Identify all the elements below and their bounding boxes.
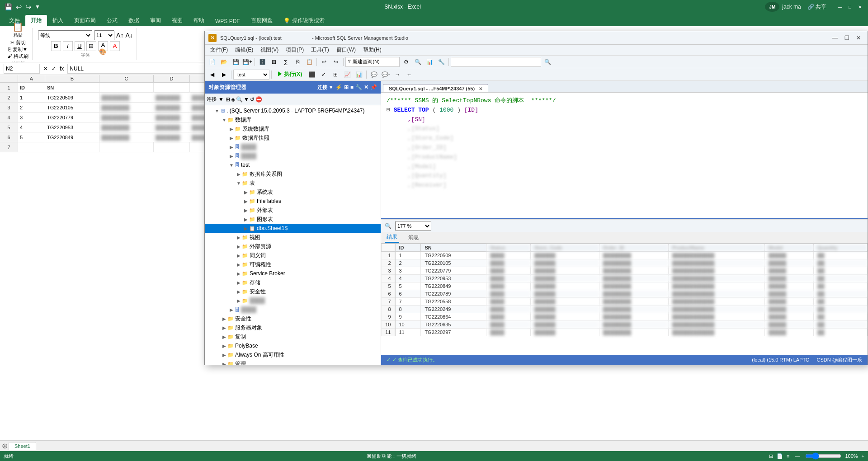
tree-blurred[interactable]: ▶ 📁 ████ — [205, 296, 381, 305]
results-tab-messages[interactable]: 消息 — [406, 233, 421, 242]
oe-tb-refresh[interactable]: ↺ — [250, 96, 255, 103]
tree-security-server[interactable]: ▶ 📁 安全性 — [205, 314, 381, 323]
tb-comment[interactable]: 💬 — [368, 69, 379, 80]
new-query-input[interactable] — [345, 57, 400, 67]
tree-system-db[interactable]: ▶ 📁 系统数据库 — [205, 124, 381, 133]
menu-file[interactable]: 文件(F) — [207, 45, 231, 55]
maximize-button[interactable]: □ — [846, 3, 854, 10]
search-box[interactable] — [451, 57, 541, 67]
share-button[interactable]: 🔗 共享 — [807, 3, 826, 11]
tb-outdent[interactable]: ← — [404, 69, 415, 80]
tree-system-tables[interactable]: ▶ 📁 系统表 — [205, 188, 381, 197]
menu-project[interactable]: 项目(P) — [282, 45, 307, 55]
oe-tb-icon3[interactable]: ▼ — [244, 96, 249, 103]
menu-tools[interactable]: 工具(T) — [307, 45, 332, 55]
zoom-slider[interactable] — [805, 452, 841, 460]
tb-indent[interactable]: → — [392, 69, 403, 80]
font-size-selector[interactable]: 11 — [94, 30, 114, 40]
user-avatar[interactable]: JM — [765, 2, 779, 12]
tab-formula[interactable]: 公式 — [101, 15, 123, 26]
tree-db-test[interactable]: ▼ 🗄 test — [205, 160, 381, 169]
tree-external-tables[interactable]: ▶ 📁 外部表 — [205, 206, 381, 215]
font-selector[interactable]: 等线 — [38, 30, 92, 40]
tb-btn3[interactable]: 🔍 — [412, 56, 423, 67]
tree-polybase[interactable]: ▶ 📁 PolyBase — [205, 341, 381, 350]
tab-baidu[interactable]: 百度网盘 — [245, 15, 278, 26]
tree-file-tables[interactable]: ▶ 📁 FileTables — [205, 197, 381, 206]
cell-1d[interactable] — [154, 83, 190, 92]
oe-tb-icon2[interactable]: ◈ — [231, 96, 235, 103]
tab-data[interactable]: 数据 — [123, 15, 145, 26]
font-size-down[interactable]: A↓ — [125, 32, 132, 39]
tb-uncomment[interactable]: 💬- — [380, 69, 391, 80]
tb-forward[interactable]: ▶ — [218, 69, 229, 80]
tb-copy[interactable]: ⎘ — [292, 56, 303, 67]
tree-graph-tables[interactable]: ▶ 📁 图形表 — [205, 215, 381, 224]
tree-service-broker[interactable]: ▶ 📁 Service Broker — [205, 269, 381, 278]
tb-results-pane[interactable]: ⊞ — [330, 69, 341, 80]
menu-edit[interactable]: 编辑(E) — [231, 45, 257, 55]
query-tab-close[interactable]: ✕ — [479, 86, 482, 91]
oe-refresh-icon[interactable]: ⚡ — [335, 84, 342, 91]
tree-db-snapshots[interactable]: ▶ 📁 数据库快照 — [205, 133, 381, 142]
tab-help[interactable]: 帮助 — [188, 15, 210, 26]
tab-insert[interactable]: 插入 — [47, 15, 69, 26]
oe-tb-stop[interactable]: ⛔ — [255, 96, 262, 103]
border-button[interactable]: ⊞ — [86, 41, 96, 51]
tb-new-query2[interactable]: 🗄️ — [257, 56, 268, 67]
tree-tables[interactable]: ▼ 📁 表 — [205, 179, 381, 188]
format-painter[interactable]: 🖌 格式刷 — [7, 53, 28, 60]
italic-button[interactable]: I — [63, 41, 73, 51]
query-tab-1[interactable]: SQLQuery1.sql - ...F54MP\24347 (55) ✕ — [383, 84, 488, 92]
minimize-button[interactable]: — — [836, 3, 844, 10]
add-sheet-button[interactable]: ⊕ — [2, 442, 8, 450]
tb-debug[interactable]: ⬛ — [307, 69, 317, 80]
tb-execute[interactable]: ▶ 执行(X) — [274, 69, 306, 80]
oe-close-icon[interactable]: ✕ — [364, 84, 368, 91]
tab-search[interactable]: 💡操作说明搜索 — [278, 15, 330, 26]
fill-color-button[interactable]: A🎨 — [98, 41, 108, 51]
tb-db-diagram[interactable]: ⊞ — [269, 56, 279, 67]
tree-db-blurred3[interactable]: ▶ 🗄 ████ — [205, 305, 381, 314]
tb-redo[interactable]: ↪ — [330, 56, 341, 67]
tb-summarize[interactable]: ∑ — [280, 56, 291, 67]
tb-new-query[interactable]: 📄 — [207, 56, 217, 67]
oe-stop-icon[interactable]: ■ — [350, 84, 354, 91]
tb-include-plan[interactable]: 📈 — [342, 69, 353, 80]
tab-review[interactable]: 审阅 — [145, 15, 166, 26]
tab-home[interactable]: 开始 — [25, 15, 47, 26]
tb-save-all[interactable]: 💾+ — [242, 56, 253, 67]
cell-reference[interactable]: N2 — [4, 64, 40, 74]
font-color-button[interactable]: A — [110, 41, 120, 51]
tree-storage[interactable]: ▶ 📁 存储 — [205, 278, 381, 287]
tree-databases[interactable]: ▼ 📁 数据库 — [205, 115, 381, 124]
formula-confirm[interactable]: ✓ — [52, 66, 56, 72]
tree-programmability[interactable]: ▶ 📁 可编程性 — [205, 260, 381, 269]
tb-back[interactable]: ◀ — [207, 69, 217, 80]
tb-paste[interactable]: 📋 — [304, 56, 315, 67]
menu-help[interactable]: 帮助(H) — [359, 45, 385, 55]
ssms-minimize[interactable]: — — [830, 33, 840, 42]
cell-1b[interactable]: SN — [45, 83, 99, 92]
cell-1a[interactable]: ID — [18, 83, 45, 92]
tb-open[interactable]: 📂 — [218, 56, 229, 67]
tb-save[interactable]: 💾 — [230, 56, 241, 67]
tree-dbo-sheet1[interactable]: ▶ 📋 dbo.Sheet1$ — [205, 224, 381, 233]
tree-always-on[interactable]: ▶ 📁 Always On 高可用性 — [205, 350, 381, 359]
tree-synonyms[interactable]: ▶ 📁 同义词 — [205, 251, 381, 260]
tree-db-blurred2[interactable]: ▶ 🗄 ████ — [205, 151, 381, 160]
tree-views[interactable]: ▶ 📁 视图 — [205, 233, 381, 242]
oe-pin-icon[interactable]: 📌 — [370, 84, 377, 91]
tree-server[interactable]: ▼ 🖥 . (SQL Server 15.0.2095.3 - LAPTOP-5… — [205, 106, 381, 115]
bold-button[interactable]: B — [51, 41, 61, 51]
copy-button[interactable]: ⎘ 复制▼ — [8, 46, 28, 53]
font-size-up[interactable]: A↑ — [116, 32, 123, 39]
query-editor[interactable]: /****** SSMS 的 SelectTopNRows 命令的脚本 ****… — [381, 93, 868, 219]
tree-ext-resources[interactable]: ▶ 📁 外部资源 — [205, 242, 381, 251]
oe-tb-icon1[interactable]: ⊞ — [226, 96, 230, 103]
oe-filter-icon[interactable]: ⊞ — [344, 84, 349, 91]
sheet-tab-sheet1[interactable]: Sheet1 — [9, 442, 36, 450]
tab-view[interactable]: 视图 — [166, 15, 188, 26]
tab-layout[interactable]: 页面布局 — [69, 15, 101, 26]
tree-replication[interactable]: ▶ 📁 复制 — [205, 332, 381, 341]
